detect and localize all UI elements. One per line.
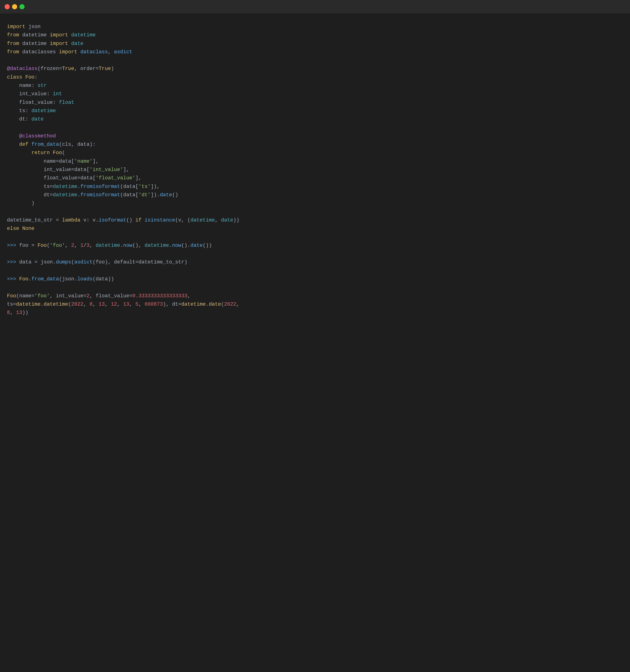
code-line: ) [7,199,623,208]
repl-line: >>> foo = Foo('foo', 2, 1/3, datetime.no… [7,241,623,250]
code-line: ts=datetime.fromisoformat(data['ts']), [7,183,623,191]
minimize-button[interactable] [12,4,17,9]
blank-line [7,250,623,258]
code-line: datetime_to_str = lambda v: v.isoformat(… [7,216,623,224]
code-line: def from_data(cls, data): [7,140,623,149]
code-editor: import json from datetime import datetim… [0,14,630,326]
code-line: from dataclasses import dataclass, asdic… [7,48,623,56]
blank-line [7,124,623,132]
result-line: 8, 13)) [7,309,623,317]
result-line: ts=datetime.datetime(2022, 8, 13, 12, 13… [7,300,623,309]
blank-line [7,283,623,292]
code-line: from datetime import datetime [7,31,623,40]
code-line: import json [7,23,623,31]
close-button[interactable] [5,4,10,9]
code-line: dt: date [7,115,623,123]
code-line: name: str [7,81,623,90]
code-line: float_value: float [7,98,623,107]
blank-line [7,267,623,275]
code-line: name=data['name'], [7,157,623,166]
result-line: Foo(name='foo', int_value=2, float_value… [7,292,623,300]
code-line: class Foo: [7,73,623,81]
repl-line: >>> Foo.from_data(json.loads(data)) [7,275,623,283]
titlebar [0,0,630,14]
blank-line [7,56,623,65]
code-line: int_value: int [7,90,623,98]
code-line: ts: datetime [7,107,623,115]
blank-line [7,208,623,216]
code-line: @dataclass(frozen=True, order=True) [7,65,623,73]
repl-line: >>> data = json.dumps(asdict(foo), defau… [7,258,623,266]
maximize-button[interactable] [20,4,25,9]
code-line: from datetime import date [7,40,623,48]
code-line: else None [7,224,623,233]
code-line: return Foo( [7,149,623,157]
window: import json from datetime import datetim… [0,0,630,672]
code-line: float_value=data['float_value'], [7,174,623,183]
code-line: dt=datetime.fromisoformat(data['dt']).da… [7,191,623,199]
code-line: @classmethod [7,132,623,140]
blank-line [7,233,623,241]
code-line: int_value=data['int_value'], [7,166,623,174]
